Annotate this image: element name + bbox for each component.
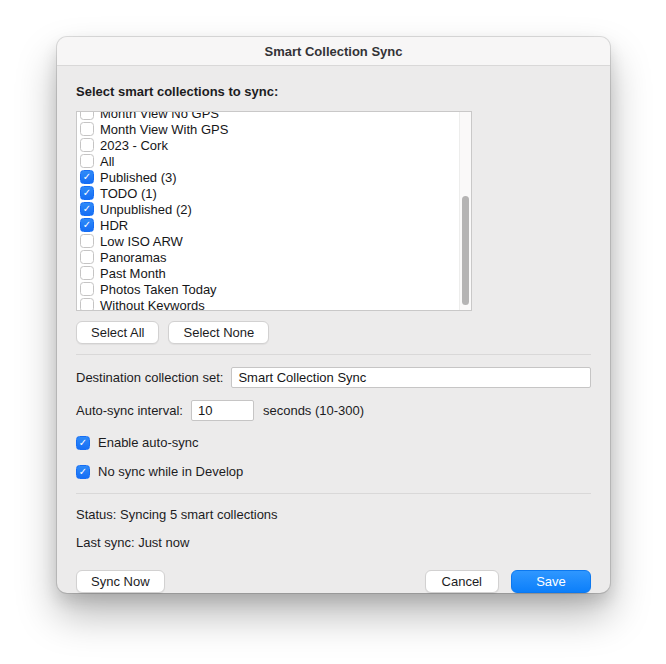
collection-label: Month View With GPS bbox=[100, 122, 228, 137]
collection-checkbox[interactable]: ✓ bbox=[80, 218, 94, 232]
collection-checkbox[interactable] bbox=[80, 298, 94, 311]
collection-label: Published (3) bbox=[100, 170, 177, 185]
cancel-button[interactable]: Cancel bbox=[425, 570, 499, 593]
option-checkbox[interactable]: ✓ bbox=[76, 465, 90, 479]
select-all-button[interactable]: Select All bbox=[76, 321, 159, 344]
collection-list-item[interactable]: Month View With GPS bbox=[80, 121, 471, 137]
options-group: ✓ Enable auto-sync ✓ No sync while in De… bbox=[76, 435, 591, 479]
option-row[interactable]: ✓ No sync while in Develop bbox=[76, 464, 591, 479]
save-button[interactable]: Save bbox=[511, 570, 591, 593]
collection-label: Low ISO ARW bbox=[100, 234, 183, 249]
window-titlebar[interactable]: Smart Collection Sync bbox=[57, 37, 610, 66]
option-row[interactable]: ✓ Enable auto-sync bbox=[76, 435, 591, 450]
collection-list-item[interactable]: Low ISO ARW bbox=[80, 233, 471, 249]
destination-label: Destination collection set: bbox=[76, 370, 223, 385]
collection-checkbox[interactable] bbox=[80, 234, 94, 248]
collection-label: HDR bbox=[100, 218, 128, 233]
collection-list-item[interactable]: Photos Taken Today bbox=[80, 281, 471, 297]
interval-label: Auto-sync interval: bbox=[76, 403, 183, 418]
collection-list-item[interactable]: Month View No GPS bbox=[80, 111, 471, 121]
selection-buttons-row: Select All Select None bbox=[76, 321, 591, 344]
collection-label: All bbox=[100, 154, 114, 169]
divider bbox=[76, 493, 591, 494]
smart-collection-sync-dialog: Smart Collection Sync Select smart colle… bbox=[57, 37, 610, 593]
option-label: Enable auto-sync bbox=[98, 435, 198, 450]
collection-checkbox[interactable]: ✓ bbox=[80, 186, 94, 200]
collection-checkbox[interactable]: ✓ bbox=[80, 202, 94, 216]
collection-list-item[interactable]: Past Month bbox=[80, 265, 471, 281]
collection-label: 2023 - Cork bbox=[100, 138, 168, 153]
collection-list-item[interactable]: Panoramas bbox=[80, 249, 471, 265]
collection-checkbox[interactable] bbox=[80, 122, 94, 136]
collection-label: Photos Taken Today bbox=[100, 282, 217, 297]
interval-input[interactable] bbox=[191, 400, 254, 421]
status-text: Status: Syncing 5 smart collections bbox=[76, 507, 591, 522]
collection-list-item[interactable]: ✓ TODO (1) bbox=[80, 185, 471, 201]
select-none-button[interactable]: Select None bbox=[168, 321, 269, 344]
dialog-body: Select smart collections to sync: Month … bbox=[57, 66, 610, 593]
scrollbar-thumb[interactable] bbox=[462, 196, 469, 305]
interval-hint: seconds (10-300) bbox=[263, 403, 364, 418]
divider bbox=[76, 354, 591, 355]
collection-checkbox[interactable] bbox=[80, 154, 94, 168]
collection-list-item[interactable]: 2023 - Cork bbox=[80, 137, 471, 153]
collection-checkbox[interactable]: ✓ bbox=[80, 170, 94, 184]
last-sync-text: Last sync: Just now bbox=[76, 535, 591, 550]
collection-list-item[interactable]: Without Keywords bbox=[80, 297, 471, 311]
collection-list-item[interactable]: All bbox=[80, 153, 471, 169]
collection-list-item[interactable]: ✓ Published (3) bbox=[80, 169, 471, 185]
option-label: No sync while in Develop bbox=[98, 464, 243, 479]
bottom-buttons-row: Sync Now Cancel Save bbox=[76, 570, 591, 593]
collection-label: Unpublished (2) bbox=[100, 202, 192, 217]
collection-label: Past Month bbox=[100, 266, 166, 281]
collection-checkbox[interactable] bbox=[80, 111, 94, 120]
collection-checkbox[interactable] bbox=[80, 138, 94, 152]
collection-label: Panoramas bbox=[100, 250, 166, 265]
collection-label: Month View No GPS bbox=[100, 111, 219, 121]
section-label: Select smart collections to sync: bbox=[76, 84, 591, 99]
collections-rows: Month View No GPS Month View With GPS 20… bbox=[77, 111, 471, 311]
destination-field-row: Destination collection set: bbox=[76, 367, 591, 388]
window-title: Smart Collection Sync bbox=[265, 44, 403, 59]
collection-list-item[interactable]: ✓ Unpublished (2) bbox=[80, 201, 471, 217]
collections-listbox[interactable]: Month View No GPS Month View With GPS 20… bbox=[76, 111, 472, 311]
option-checkbox[interactable]: ✓ bbox=[76, 436, 90, 450]
collection-list-item[interactable]: ✓ HDR bbox=[80, 217, 471, 233]
collection-label: TODO (1) bbox=[100, 186, 157, 201]
scrollbar-track[interactable] bbox=[459, 112, 471, 310]
collection-checkbox[interactable] bbox=[80, 266, 94, 280]
sync-now-button[interactable]: Sync Now bbox=[76, 570, 165, 593]
collection-checkbox[interactable] bbox=[80, 282, 94, 296]
collection-checkbox[interactable] bbox=[80, 250, 94, 264]
collection-label: Without Keywords bbox=[100, 298, 205, 312]
interval-field-row: Auto-sync interval: seconds (10-300) bbox=[76, 400, 591, 421]
destination-input[interactable] bbox=[231, 367, 591, 388]
